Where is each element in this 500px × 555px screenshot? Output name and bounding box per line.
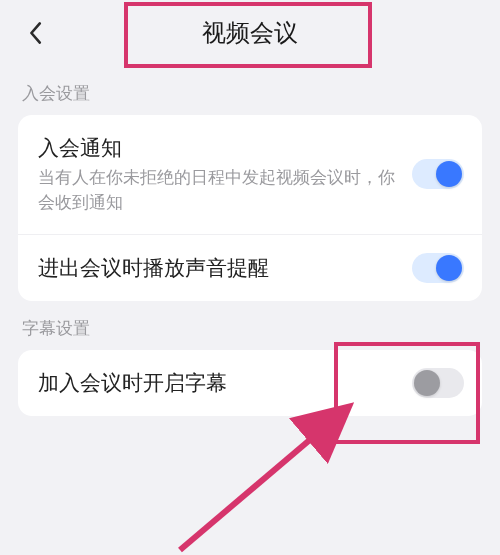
row-title: 入会通知 [38,133,400,162]
card-subtitle-settings: 加入会议时开启字幕 [18,350,482,416]
header: 视频会议 [0,0,500,66]
toggle-knob [436,161,462,187]
section-label-join: 入会设置 [0,66,500,115]
toggle-knob [414,370,440,396]
section-label-subtitle: 字幕设置 [0,301,500,350]
toggle-knob [436,255,462,281]
row-text: 入会通知 当有人在你未拒绝的日程中发起视频会议时，你会收到通知 [38,133,412,216]
toggle-join-notify[interactable] [412,159,464,189]
chevron-left-icon [27,21,43,45]
row-title: 进出会议时播放声音提醒 [38,253,400,282]
svg-line-0 [180,410,345,550]
row-text: 进出会议时播放声音提醒 [38,253,412,282]
toggle-join-sound[interactable] [412,253,464,283]
page-title: 视频会议 [202,17,298,49]
row-text: 加入会议时开启字幕 [38,368,412,397]
row-join-notify: 入会通知 当有人在你未拒绝的日程中发起视频会议时，你会收到通知 [18,115,482,234]
row-title: 加入会议时开启字幕 [38,368,400,397]
row-subtitle: 当有人在你未拒绝的日程中发起视频会议时，你会收到通知 [38,166,400,215]
row-auto-subtitle: 加入会议时开启字幕 [18,350,482,416]
toggle-auto-subtitle[interactable] [412,368,464,398]
back-button[interactable] [20,18,50,48]
card-join-settings: 入会通知 当有人在你未拒绝的日程中发起视频会议时，你会收到通知 进出会议时播放声… [18,115,482,301]
row-join-sound: 进出会议时播放声音提醒 [18,234,482,301]
